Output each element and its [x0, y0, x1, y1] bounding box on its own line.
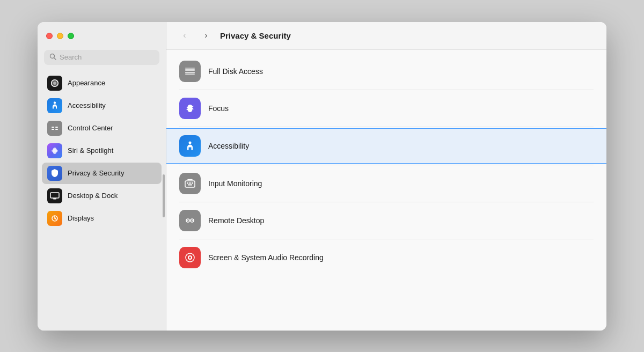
svg-rect-9 — [55, 129, 58, 130]
svg-rect-18 — [185, 68, 195, 69]
sidebar-scroll: Appearance Accessibility — [38, 70, 166, 331]
svg-point-5 — [54, 101, 56, 104]
svg-point-29 — [192, 220, 193, 221]
content-item-inputmonitoring[interactable]: Input Monitoring — [166, 166, 606, 201]
accessibility-label: Accessibility — [68, 101, 106, 109]
sidebar-item-desktop[interactable]: Desktop & Dock — [42, 185, 162, 207]
svg-rect-22 — [187, 182, 188, 184]
remotedesktop-label: Remote Desktop — [208, 216, 264, 225]
main-header: ‹ › Privacy & Security — [166, 22, 606, 50]
focus-icon — [179, 98, 201, 119]
svg-rect-14 — [52, 198, 57, 199]
appearance-icon — [47, 76, 62, 91]
divider-2 — [179, 127, 594, 127]
svg-rect-21 — [185, 181, 195, 187]
controlcenter-icon — [47, 121, 62, 136]
divider-4 — [179, 202, 594, 202]
svg-point-28 — [187, 220, 188, 221]
titlebar — [38, 22, 166, 50]
privacy-icon — [47, 166, 62, 181]
inputmonitoring-icon — [179, 173, 201, 194]
svg-rect-12 — [50, 193, 59, 198]
accessibility-content-label: Accessibility — [208, 142, 249, 150]
content-item-screenaudio[interactable]: Screen & System Audio Recording — [166, 240, 606, 275]
displays-label: Displays — [68, 214, 94, 222]
accessibility-sidebar-icon — [47, 98, 62, 113]
search-icon — [49, 53, 56, 62]
search-bar[interactable]: Search — [44, 50, 159, 65]
minimize-button[interactable] — [57, 33, 63, 39]
svg-rect-17 — [185, 72, 195, 74]
sidebar: Search Appearance — [38, 22, 166, 331]
privacy-label: Privacy & Security — [68, 169, 124, 177]
desktop-icon — [47, 188, 62, 203]
divider-5 — [179, 239, 594, 239]
svg-point-20 — [189, 141, 192, 144]
forward-button[interactable]: › — [199, 28, 214, 43]
sidebar-item-displays[interactable]: Displays — [42, 208, 162, 229]
inputmonitoring-label: Input Monitoring — [208, 179, 262, 188]
close-button[interactable] — [46, 33, 53, 39]
svg-rect-25 — [188, 184, 192, 185]
siri-label: Siri & Spotlight — [68, 146, 113, 155]
accessibility-content-icon — [179, 135, 201, 157]
remotedesktop-icon — [179, 210, 201, 231]
page-title: Privacy & Security — [220, 31, 291, 40]
sidebar-item-accessibility[interactable]: Accessibility — [42, 95, 162, 116]
focus-label: Focus — [208, 104, 229, 113]
sidebar-item-appearance[interactable]: Appearance — [42, 72, 162, 94]
svg-point-3 — [53, 82, 56, 85]
content-item-remotedesktop[interactable]: Remote Desktop — [166, 203, 606, 238]
displays-icon — [47, 211, 62, 226]
svg-rect-19 — [185, 74, 195, 75]
svg-point-11 — [52, 149, 58, 152]
content-item-focus[interactable]: Focus — [166, 91, 606, 126]
content-list: Full Disk Access Focus — [166, 50, 606, 331]
fulldisk-icon — [179, 61, 201, 82]
content-item-accessibility[interactable]: Accessibility — [166, 128, 606, 164]
svg-rect-7 — [55, 127, 58, 128]
sidebar-scrollbar[interactable] — [163, 174, 165, 217]
sidebar-item-siri[interactable]: Siri & Spotlight — [42, 140, 162, 162]
svg-rect-6 — [52, 127, 54, 128]
controlcenter-label: Control Center — [68, 124, 113, 132]
svg-rect-23 — [189, 182, 191, 184]
divider-3 — [179, 165, 594, 165]
content-item-fulldisk[interactable]: Full Disk Access — [166, 54, 606, 89]
sidebar-item-controlcenter[interactable]: Control Center — [42, 118, 162, 139]
svg-point-32 — [189, 256, 191, 259]
back-button[interactable]: ‹ — [177, 28, 192, 43]
siri-icon — [47, 143, 62, 158]
svg-rect-16 — [185, 69, 195, 71]
divider-1 — [179, 90, 594, 90]
maximize-button[interactable] — [68, 33, 74, 39]
desktop-label: Desktop & Dock — [68, 192, 118, 200]
appearance-label: Appearance — [68, 79, 105, 87]
main-window: Search Appearance — [38, 22, 606, 331]
sidebar-items: Appearance Accessibility — [38, 70, 166, 231]
screenaudio-icon — [179, 247, 201, 268]
main-content: ‹ › Privacy & Security Full Disk Access — [166, 22, 606, 331]
svg-rect-8 — [52, 129, 54, 130]
screenaudio-label: Screen & System Audio Recording — [208, 253, 324, 262]
svg-rect-24 — [192, 182, 193, 184]
svg-line-1 — [54, 57, 56, 60]
sidebar-item-privacy[interactable]: Privacy & Security — [42, 163, 162, 184]
fulldisk-label: Full Disk Access — [208, 67, 263, 76]
search-placeholder: Search — [60, 53, 82, 61]
svg-rect-13 — [53, 199, 56, 200]
